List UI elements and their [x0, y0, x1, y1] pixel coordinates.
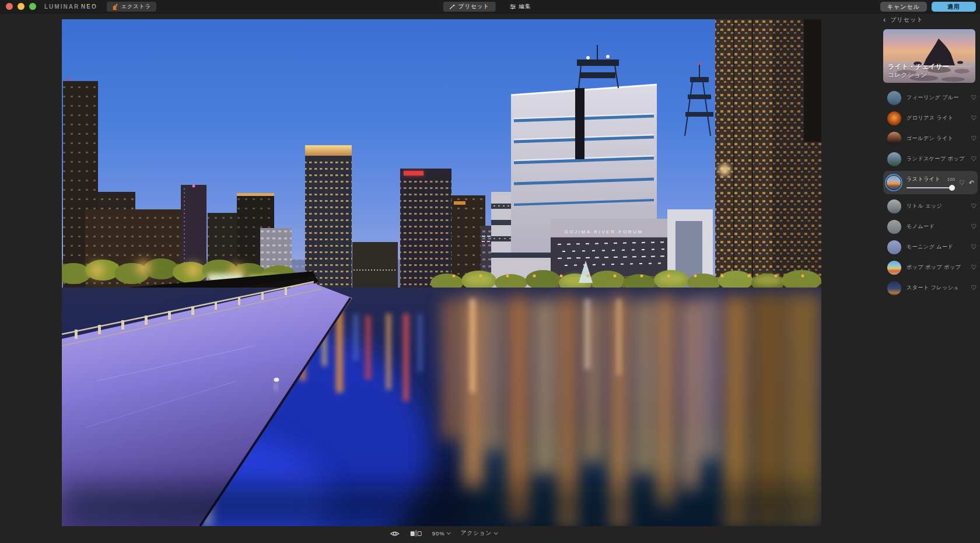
tab-edit-label: 編集: [519, 3, 531, 10]
viewer-toolbar: 90% アクション: [390, 530, 498, 537]
brand-suffix-text: NEO: [81, 3, 97, 10]
chevron-down-icon: [494, 531, 498, 535]
collection-title: ライト・チェイサー: [888, 62, 949, 71]
preset-label: モーニング ムード: [907, 243, 965, 251]
undo-icon[interactable]: ↶: [969, 180, 974, 186]
zoom-window-button[interactable]: [29, 3, 36, 10]
close-window-button[interactable]: [6, 3, 13, 10]
cancel-button[interactable]: キャンセル: [880, 2, 927, 12]
preset-thumbnail: [887, 111, 901, 125]
preview-eye-button[interactable]: [390, 530, 400, 537]
preset-thumbnail: [887, 91, 901, 105]
zoom-level-value: 90%: [432, 530, 445, 537]
preset-label: ラストライト: [907, 176, 947, 183]
preset-thumbnail: [887, 199, 901, 213]
preset-row-selected[interactable]: ラストライト 100 ♡ ↶: [883, 171, 978, 194]
favorite-icon[interactable]: ♡: [971, 156, 977, 162]
chevron-down-icon: [447, 531, 451, 535]
presets-panel-title: プリセット: [890, 16, 923, 24]
preset-label: ゴールデン ライト: [907, 135, 965, 142]
preset-thumbnail: [887, 261, 901, 275]
favorite-icon[interactable]: ♡: [971, 244, 977, 250]
preset-label: リトル エッジ: [907, 202, 965, 210]
preset-thumbnail: [887, 240, 901, 254]
zoom-level-dropdown[interactable]: 90%: [432, 530, 450, 537]
actions-label: アクション: [461, 530, 492, 537]
collection-card[interactable]: ライト・チェイサー コレクション: [883, 29, 975, 83]
preset-label: ランドスケープ ポップ: [907, 155, 965, 163]
preset-thumbnail: [887, 281, 901, 295]
app-logo: LUMINARNEO: [44, 3, 97, 10]
preset-amount-slider[interactable]: [907, 185, 955, 191]
magic-wand-icon: [449, 3, 456, 10]
back-chevron-icon[interactable]: ‹: [883, 17, 886, 23]
compare-before-icon: [411, 531, 415, 536]
slider-handle[interactable]: [949, 185, 955, 191]
favorite-icon[interactable]: ♡: [971, 223, 977, 230]
slider-track: [907, 187, 954, 188]
extras-label: エクストラ: [121, 3, 151, 10]
collection-subtitle: コレクション: [888, 71, 949, 79]
preset-row[interactable]: モーニング ムード ♡: [883, 237, 978, 257]
mode-tabs: プリセット 編集: [443, 2, 537, 12]
buoy: [274, 378, 279, 382]
preset-label: モノムード: [907, 223, 965, 230]
apply-button[interactable]: 適用: [932, 2, 976, 12]
compare-divider-icon: [416, 530, 416, 537]
apply-controls: キャンセル 適用: [880, 2, 976, 12]
preset-thumbnail: [885, 174, 902, 191]
actions-dropdown[interactable]: アクション: [461, 530, 498, 537]
compare-button[interactable]: [411, 530, 422, 537]
preset-row[interactable]: フィーリング ブルー ♡: [883, 87, 978, 108]
presets-panel-header[interactable]: ‹ プリセット: [883, 16, 978, 24]
cancel-label: キャンセル: [887, 3, 920, 11]
minimize-window-button[interactable]: [18, 3, 24, 10]
preset-thumbnail: [887, 152, 901, 166]
eye-icon: [390, 530, 400, 537]
preset-label: グロリアス ライト: [907, 114, 965, 122]
favorite-icon[interactable]: ♡: [971, 285, 977, 291]
favorite-icon[interactable]: ♡: [971, 94, 977, 101]
preset-row[interactable]: ゴールデン ライト ♡: [883, 128, 978, 149]
preset-row[interactable]: ポップ ポップ ポップ ♡: [883, 257, 978, 278]
puzzle-icon: [112, 3, 118, 10]
preset-thumbnail: [887, 132, 901, 146]
tab-presets-label: プリセット: [459, 3, 490, 10]
preset-list: フィーリング ブルー ♡ グロリアス ライト ♡ ゴールデン ライト ♡ ランド…: [883, 87, 978, 298]
title-bar: LUMINARNEO エクストラ プリセット 編集 キャンセル 適: [0, 0, 980, 13]
apply-label: 適用: [947, 3, 960, 11]
photo-canvas[interactable]: DOJIMA RIVER FORUM: [62, 19, 821, 526]
favorite-icon[interactable]: ♡: [971, 135, 977, 142]
presets-panel: ‹ プリセット: [883, 16, 978, 298]
tab-presets[interactable]: プリセット: [443, 2, 496, 12]
preset-label: スタート フレッシュ: [907, 284, 965, 292]
preset-row[interactable]: ランドスケープ ポップ ♡: [883, 149, 978, 169]
brand-text: LUMINAR: [44, 3, 79, 10]
favorite-icon[interactable]: ♡: [971, 264, 977, 271]
preset-label: フィーリング ブルー: [907, 94, 965, 101]
favorite-icon[interactable]: ♡: [971, 203, 977, 209]
preset-amount-value: 100: [947, 177, 955, 182]
preset-selected-icons: ♡ ↶: [959, 180, 974, 186]
favorite-icon[interactable]: ♡: [971, 115, 977, 121]
preset-row[interactable]: スタート フレッシュ ♡: [883, 278, 978, 298]
sliders-icon: [509, 3, 516, 10]
preset-row[interactable]: モノムード ♡: [883, 216, 978, 237]
compare-after-icon: [418, 531, 422, 536]
extras-button[interactable]: エクストラ: [107, 2, 156, 12]
window-controls: [6, 3, 36, 10]
favorite-icon[interactable]: ♡: [959, 180, 965, 186]
preset-row[interactable]: グロリアス ライト ♡: [883, 108, 978, 128]
preset-label: ポップ ポップ ポップ: [907, 264, 965, 271]
tab-edit[interactable]: 編集: [503, 2, 537, 12]
preset-row[interactable]: リトル エッジ ♡: [883, 196, 978, 216]
night-cityscape-photo: DOJIMA RIVER FORUM: [62, 19, 821, 526]
preset-selected-controls: ラストライト 100: [907, 175, 955, 191]
photo-sign-text: DOJIMA RIVER FORUM: [565, 229, 643, 234]
preset-thumbnail: [887, 220, 901, 234]
right-skyline: [715, 19, 821, 289]
collection-card-text: ライト・チェイサー コレクション: [888, 62, 949, 79]
